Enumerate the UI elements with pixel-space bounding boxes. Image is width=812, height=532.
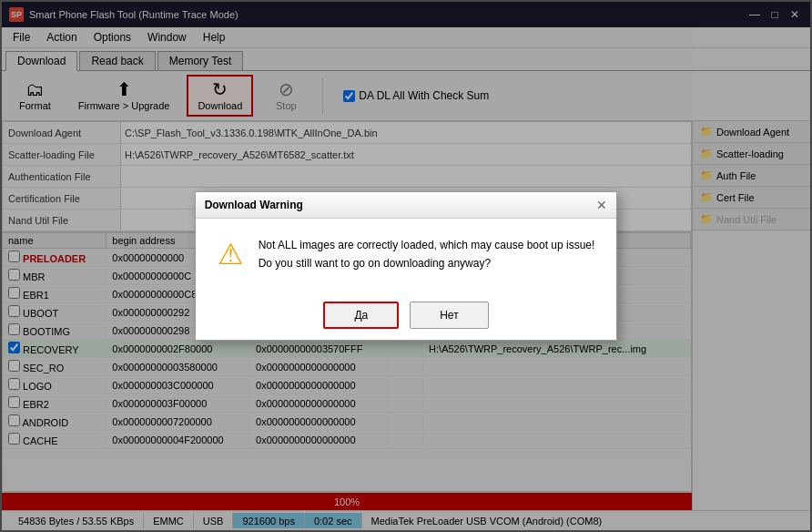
- app-window: SP Smart Phone Flash Tool (Runtime Trace…: [0, 0, 812, 532]
- modal-close-button[interactable]: ✕: [596, 198, 607, 212]
- modal-overlay: Download Warning ✕ ⚠ Not ALL images are …: [0, 0, 812, 532]
- modal-body: ⚠ Not ALL images are correctly loaded, w…: [196, 219, 617, 290]
- modal-no-button[interactable]: Нет: [410, 302, 488, 329]
- modal-title: Download Warning: [205, 199, 303, 211]
- modal-buttons: Да Нет: [196, 291, 617, 340]
- modal-title-bar: Download Warning ✕: [196, 192, 617, 219]
- modal-yes-button[interactable]: Да: [323, 302, 399, 329]
- warning-icon: ⚠: [218, 237, 244, 271]
- modal-message: Not ALL images are correctly loaded, whi…: [259, 237, 595, 271]
- modal-dialog: Download Warning ✕ ⚠ Not ALL images are …: [195, 191, 618, 340]
